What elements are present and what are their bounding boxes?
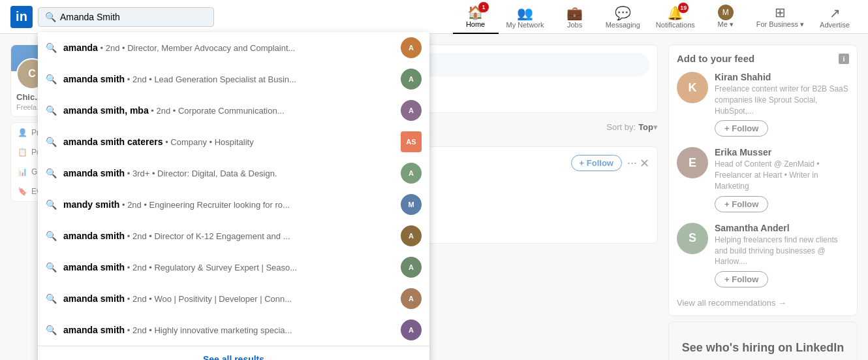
search-result-icon: 🔍: [46, 105, 57, 116]
dropdown-item-text: amanda smith • 2nd • Woo | Positivity | …: [63, 293, 394, 304]
jobs-label: Jobs: [567, 21, 582, 29]
dropdown-item-avatar: A: [401, 163, 422, 184]
messaging-icon: 💬: [615, 5, 631, 21]
dropdown-item-avatar: A: [401, 37, 422, 58]
dropdown-item-avatar: A: [401, 69, 422, 90]
business-label: For Business ▾: [756, 20, 804, 29]
linkedin-logo: in: [10, 6, 33, 28]
dropdown-item-text: amanda smith • 2nd • Director of K-12 En…: [63, 231, 394, 241]
search-result-icon: 🔍: [46, 325, 57, 335]
nav-item-business[interactable]: ⊞ For Business ▾: [749, 0, 812, 34]
search-result-icon: 🔍: [46, 168, 57, 178]
nav-item-advertise[interactable]: ↗ Advertise: [812, 0, 858, 34]
dropdown-item-text: amanda smith caterers • Company • Hospit…: [63, 137, 394, 147]
search-result-icon: 🔍: [46, 293, 57, 304]
dropdown-item-avatar: A: [401, 225, 422, 246]
me-avatar: M: [718, 5, 734, 20]
home-label: Home: [466, 20, 485, 28]
dropdown-item[interactable]: 🔍amanda smith • 2nd • Highly innovative …: [38, 314, 429, 346]
business-icon: ⊞: [775, 5, 786, 20]
dropdown-item[interactable]: 🔍amanda smith caterers • Company • Hospi…: [38, 126, 429, 157]
topnav: in 🔍 🔍amanda • 2nd • Director, Member Ad…: [0, 0, 868, 34]
dropdown-item-avatar: M: [401, 194, 422, 215]
advertise-icon: ↗: [829, 5, 841, 21]
notifications-badge: 19: [678, 3, 689, 13]
dropdown-item[interactable]: 🔍amanda smith, mba • 2nd • Corporate Com…: [38, 95, 429, 126]
search-result-icon: 🔍: [46, 74, 57, 84]
search-icon: 🔍: [45, 12, 56, 22]
messaging-label: Messaging: [606, 21, 640, 29]
dropdown-item-text: amanda smith • 3rd+ • Director: Digital,…: [63, 168, 394, 178]
dropdown-item-avatar: AS: [401, 131, 422, 152]
dropdown-item-text: amanda smith • 2nd • Regulatory & Survey…: [63, 262, 394, 272]
dropdown-item-text: mandy smith • 2nd • Engineering Recruite…: [63, 199, 394, 210]
dropdown-item-avatar: A: [401, 100, 422, 121]
jobs-icon: 💼: [566, 5, 583, 21]
dropdown-item-text: amanda • 2nd • Director, Member Advocacy…: [63, 42, 394, 53]
nav-item-jobs[interactable]: 💼 Jobs: [552, 0, 598, 34]
dropdown-item[interactable]: 🔍amanda smith • 3rd+ • Director: Digital…: [38, 157, 429, 189]
dropdown-item-text: amanda smith • 2nd • Highly innovative m…: [63, 325, 394, 335]
dropdown-item-avatar: A: [401, 257, 422, 278]
search-result-icon: 🔍: [46, 42, 57, 53]
dropdown-list: 🔍amanda • 2nd • Director, Member Advocac…: [38, 32, 429, 346]
dropdown-item[interactable]: 🔍amanda • 2nd • Director, Member Advocac…: [38, 32, 429, 63]
nav-items: 🏠 1 Home 👥 My Network 💼 Jobs 💬 Messaging…: [453, 0, 858, 34]
search-result-icon: 🔍: [46, 137, 57, 147]
dropdown-item[interactable]: 🔍amanda smith • 2nd • Woo | Positivity |…: [38, 283, 429, 314]
home-icon: 🏠 1: [467, 5, 484, 20]
search-box: 🔍: [38, 7, 214, 27]
dropdown-item[interactable]: 🔍mandy smith • 2nd • Engineering Recruit…: [38, 189, 429, 220]
notifications-icon: 🔔 19: [667, 5, 683, 21]
search-result-icon: 🔍: [46, 262, 57, 272]
dropdown-item-text: amanda smith • 2nd • Lead Generation Spe…: [63, 74, 394, 84]
search-input[interactable]: [60, 12, 207, 22]
network-icon: 👥: [517, 5, 533, 21]
me-label: Me ▾: [718, 20, 734, 29]
notifications-label: Notifications: [656, 21, 695, 29]
nav-item-notifications[interactable]: 🔔 19 Notifications: [648, 0, 703, 34]
dropdown-item[interactable]: 🔍amanda smith • 2nd • Lead Generation Sp…: [38, 63, 429, 95]
dropdown-item-text: amanda smith, mba • 2nd • Corporate Comm…: [63, 105, 394, 116]
search-result-icon: 🔍: [46, 199, 57, 210]
dropdown-item-avatar: A: [401, 319, 422, 340]
search-result-icon: 🔍: [46, 231, 57, 241]
search-wrapper: 🔍 🔍amanda • 2nd • Director, Member Advoc…: [38, 7, 214, 27]
dropdown-item[interactable]: 🔍amanda smith • 2nd • Director of K-12 E…: [38, 220, 429, 252]
nav-item-me[interactable]: M Me ▾: [703, 0, 749, 34]
dropdown-item-avatar: A: [401, 288, 422, 309]
dropdown-item[interactable]: 🔍amanda smith • 2nd • Regulatory & Surve…: [38, 252, 429, 283]
see-all-results-button[interactable]: See all results: [38, 346, 429, 361]
search-dropdown: 🔍amanda • 2nd • Director, Member Advocac…: [38, 32, 429, 361]
nav-item-home[interactable]: 🏠 1 Home: [453, 0, 499, 34]
network-label: My Network: [506, 21, 544, 29]
home-badge: 1: [478, 2, 489, 12]
advertise-label: Advertise: [820, 21, 850, 29]
nav-item-network[interactable]: 👥 My Network: [499, 0, 552, 34]
nav-item-messaging[interactable]: 💬 Messaging: [598, 0, 648, 34]
